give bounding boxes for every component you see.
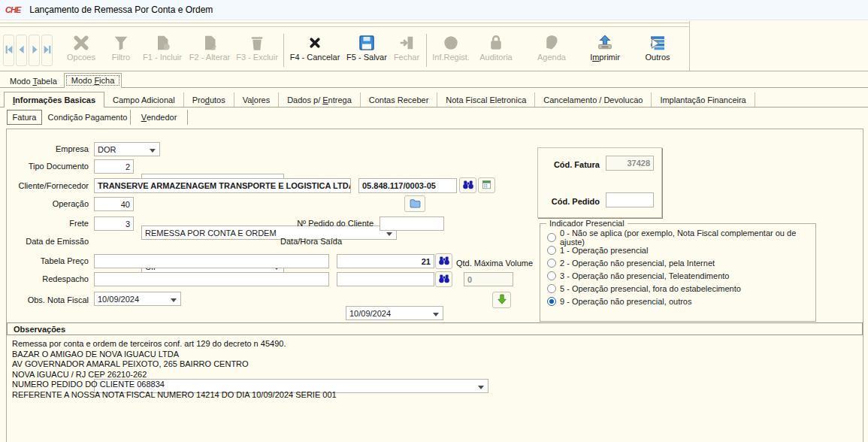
tab-valores[interactable]: Valores: [234, 92, 280, 107]
tab-cancelamento-devolucao[interactable]: Cancelamento / Devolucao: [535, 92, 652, 107]
auditoria-button[interactable]: Auditoria: [474, 32, 518, 69]
tabela-preco-field[interactable]: [94, 254, 329, 268]
tab-contas-receber[interactable]: Contas Receber: [361, 92, 438, 107]
filtro-button[interactable]: Filtro: [105, 32, 137, 69]
memo-line: BAZAR O AMIGAO DE NOVA IGUACU LTDA: [12, 350, 846, 360]
radio-indicador-5[interactable]: 9 - Operação não presencial, outros: [547, 295, 692, 307]
application-window: CHE Lançamento de Remessa Por Conta e Or…: [0, 0, 868, 442]
cod-fatura-label: Cód. Fatura: [546, 158, 600, 172]
opcoes-button[interactable]: Opcoes: [62, 32, 101, 69]
indicador-presencial-title: Indicador Presencial: [546, 219, 628, 228]
next-record-icon: [29, 44, 40, 56]
radio-indicador-4[interactable]: 5 - Operação presencial, fora do estabel…: [547, 283, 741, 294]
radio-icon: [547, 297, 556, 306]
qtd-maxima-volume-field[interactable]: 0: [464, 272, 513, 286]
binoculars-icon: [438, 273, 450, 286]
binoculars-icon: [462, 179, 474, 192]
toolbar-separator: [283, 34, 284, 67]
qtd-maxima-volume-label: Qtd. Máxima Volume: [456, 256, 540, 271]
previous-record-button[interactable]: [16, 35, 27, 66]
app-logo: CHE: [5, 5, 20, 14]
tipo-documento-code-field[interactable]: 2: [94, 159, 134, 174]
radio-icon: [547, 233, 556, 242]
f1-incluir-button[interactable]: F1 - Incluir: [140, 32, 185, 69]
memo-line: Remessa por conta e ordem de terceiros c…: [12, 339, 846, 350]
tab-fatura[interactable]: Fatura: [7, 110, 42, 125]
frete-code-field[interactable]: 3: [94, 216, 134, 231]
menu-list-icon: [649, 32, 667, 53]
tab-condicao-pagamento[interactable]: Condição Pagamento: [45, 110, 131, 125]
data-emissao-picker[interactable]: 10/09/2024: [94, 292, 181, 306]
operacao-folder-button[interactable]: [404, 195, 425, 212]
data-saida-picker[interactable]: 10/09/2024: [346, 306, 443, 320]
indicador-presencial-group: Indicador Presencial 0 - Não se aplica (…: [540, 223, 816, 322]
cliente-fornecedor-label: Cliente/Fornecedor: [0, 179, 89, 193]
tab-campo-adicional[interactable]: Campo Adicional: [104, 92, 184, 107]
pedido-cliente-field[interactable]: [380, 216, 444, 231]
f3-excluir-button[interactable]: F3 - Excluir: [234, 32, 280, 69]
fechar-button[interactable]: Fechar: [389, 32, 424, 69]
obs-insert-button[interactable]: [492, 292, 511, 308]
tabela-preco-label: Tabela Preço: [0, 254, 89, 268]
cancel-x-icon: [307, 32, 322, 53]
cliente-cnpj-field[interactable]: 05.848.117/0003-05: [358, 178, 457, 193]
tabela-preco-search-button[interactable]: [435, 253, 452, 269]
radio-icon: [547, 271, 556, 280]
obs-nota-fiscal-label: Obs. Nota Fiscal: [0, 293, 89, 307]
radio-indicador-3[interactable]: 3 - Operação não presencial, Teleatendim…: [547, 270, 729, 281]
tabela-preco-code-field[interactable]: 21: [337, 254, 434, 268]
tab-informacoes-basicas[interactable]: Informações Basicas: [4, 92, 104, 107]
section-tab-bar: Informações Basicas Campo Adicional Prod…: [0, 91, 868, 107]
tab-dados-p-entrega[interactable]: Dados p/ Entrega: [279, 92, 361, 107]
tools-icon: [72, 32, 90, 53]
observacoes-memo[interactable]: Remessa por conta e ordem de terceiros c…: [12, 339, 846, 400]
last-record-icon: [42, 44, 53, 56]
radio-indicador-0[interactable]: 0 - Não se aplica (por exemplo, Nota Fis…: [547, 232, 815, 243]
cliente-nome-field[interactable]: TRANSERVE ARMAZENAGEM TRANSPORTE E LOGIS…: [94, 178, 351, 193]
cliente-calendar-button[interactable]: [478, 177, 495, 193]
empresa-combobox[interactable]: DOR: [94, 142, 160, 156]
lock-icon: [487, 32, 505, 53]
f4-cancelar-button[interactable]: F4 - Cancelar: [287, 32, 343, 69]
inf-regist-button[interactable]: Inf.Regist.: [429, 32, 473, 69]
agenda-button[interactable]: Agenda: [528, 32, 575, 69]
tipo-documento-label: Tipo Documento: [0, 159, 89, 174]
operacao-code-field[interactable]: 40: [94, 197, 134, 211]
first-record-button[interactable]: [3, 35, 14, 66]
toolbar-gripper: [0, 23, 690, 27]
radio-indicador-2[interactable]: 2 - Operação não presencial, pela Intern…: [547, 257, 715, 268]
redespacho-search-button[interactable]: [435, 271, 452, 287]
cod-pedido-label: Cód. Pedido: [546, 195, 600, 209]
frete-label: Frete: [0, 216, 89, 231]
calendar-icon: [481, 179, 492, 192]
tab-produtos[interactable]: Produtos: [184, 92, 234, 107]
cliente-search-button[interactable]: [459, 177, 476, 193]
imprimir-button[interactable]: Imprimir: [580, 32, 630, 69]
last-record-button[interactable]: [41, 35, 53, 66]
first-record-icon: [4, 44, 14, 56]
observacoes-header: Observações: [7, 322, 863, 335]
radio-icon: [547, 259, 556, 268]
redespacho-field[interactable]: [94, 272, 329, 286]
radio-icon: [547, 246, 556, 255]
codigo-panel: Cód. Fatura 37428 Cód. Pedido: [537, 147, 662, 218]
redespacho-code-field[interactable]: [337, 272, 434, 286]
tab-modo-tabela[interactable]: Modo Tabela: [3, 74, 64, 87]
f2-alterar-button[interactable]: F2 - Alterar: [186, 32, 233, 69]
cod-fatura-field: 37428: [606, 156, 654, 171]
f5-salvar-button[interactable]: F5 - Salvar: [344, 32, 389, 69]
cod-pedido-field[interactable]: [606, 192, 654, 207]
previous-record-icon: [17, 44, 27, 56]
tab-nota-fiscal-eletronica[interactable]: Nota Fiscal Eletronica: [437, 92, 535, 107]
tab-modo-ficha[interactable]: Modo Ficha: [64, 73, 122, 88]
next-record-button[interactable]: [29, 35, 40, 66]
print-icon: [596, 32, 614, 53]
tab-implantacao-financeira[interactable]: Implantação Financeira: [652, 92, 755, 107]
radio-indicador-1[interactable]: 1 - Operação presencial: [547, 244, 648, 256]
document-add-icon: [153, 32, 171, 53]
data-saida-label: Data/Hora Saída: [259, 235, 342, 249]
tab-vendedor[interactable]: Vendedor: [131, 110, 188, 125]
outros-button[interactable]: Outros: [634, 32, 681, 69]
toolbar-separator: [426, 34, 427, 67]
radio-icon: [547, 284, 556, 293]
